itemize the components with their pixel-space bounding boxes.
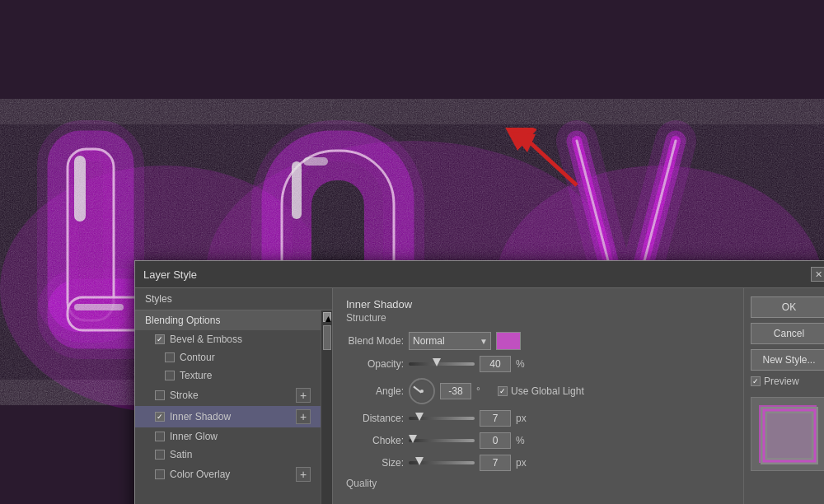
preview-thumbnail — [759, 405, 817, 463]
dialog-title: Layer Style — [143, 268, 197, 281]
size-input[interactable] — [480, 455, 511, 471]
size-label: Size: — [346, 457, 404, 469]
satin-checkbox[interactable] — [155, 450, 165, 460]
styles-panel: Styles Blending Options ✓ Bevel & Emboss — [135, 288, 333, 504]
stroke-checkbox[interactable] — [155, 390, 165, 400]
size-slider-container — [409, 461, 475, 464]
distance-unit: px — [516, 413, 532, 424]
distance-slider-track[interactable] — [409, 417, 475, 420]
scroll-thumb[interactable] — [323, 325, 331, 350]
use-global-light-label[interactable]: ✓ Use Global Light — [498, 385, 584, 397]
color-swatch[interactable] — [496, 332, 521, 350]
sidebar-item-color-overlay[interactable]: Color Overlay + — [135, 464, 321, 485]
inner-shadow-add-button[interactable]: + — [296, 409, 311, 424]
sidebar-item-blending-options[interactable]: Blending Options — [135, 310, 321, 330]
choke-slider-container — [409, 439, 475, 442]
opacity-slider-container — [409, 362, 475, 366]
styles-scroll-container: Blending Options ✓ Bevel & Emboss — [135, 310, 332, 504]
svg-marker-21 — [511, 132, 536, 152]
opacity-label: Opacity: — [346, 358, 404, 370]
angle-input[interactable] — [440, 383, 471, 399]
choke-label: Choke: — [346, 435, 404, 446]
sidebar-item-satin[interactable]: Satin — [135, 446, 321, 464]
sidebar-item-inner-glow[interactable]: Inner Glow — [135, 427, 321, 446]
layer-style-dialog: Layer Style ✕ Styles Blending Options — [134, 260, 824, 504]
opacity-row: Opacity: % — [346, 356, 730, 372]
red-arrow-indicator — [503, 128, 618, 194]
opacity-input[interactable] — [480, 356, 511, 372]
svg-line-20 — [527, 140, 577, 185]
sidebar-item-inner-shadow[interactable]: ✓ Inner Shadow + — [135, 406, 321, 427]
distance-slider-container — [409, 417, 475, 420]
preview-svg — [761, 407, 818, 464]
right-panel: OK Cancel New Style... ✓ Preview — [743, 288, 824, 504]
bevel-emboss-checkbox[interactable]: ✓ — [155, 334, 165, 344]
blend-mode-label: Blend Mode: — [346, 335, 404, 347]
angle-label: Angle: — [346, 385, 404, 397]
styles-scrollbar[interactable]: ▲ — [321, 310, 332, 504]
choke-row: Choke: % — [346, 432, 730, 449]
angle-dial[interactable] — [409, 378, 435, 404]
inner-shadow-checkbox[interactable]: ✓ — [155, 412, 165, 422]
new-style-button[interactable]: New Style... — [751, 349, 824, 371]
svg-rect-24 — [767, 413, 812, 458]
choke-unit: % — [516, 435, 532, 446]
sidebar-item-texture[interactable]: Texture — [135, 366, 321, 385]
ok-button[interactable]: OK — [751, 296, 824, 318]
contour-checkbox[interactable] — [165, 352, 175, 362]
use-global-light-checkbox[interactable]: ✓ — [498, 386, 508, 396]
sidebar-item-contour[interactable]: Contour — [135, 348, 321, 366]
blend-mode-wrapper: Normal Multiply Screen Overlay ▼ — [409, 332, 491, 350]
choke-slider-track[interactable] — [409, 439, 475, 442]
quality-title: Quality — [346, 478, 730, 489]
preview-checkbox[interactable]: ✓ — [751, 376, 761, 386]
angle-unit: ° — [476, 385, 493, 397]
choke-input[interactable] — [480, 432, 511, 449]
blend-mode-select[interactable]: Normal Multiply Screen Overlay — [409, 332, 491, 350]
size-row: Size: px — [346, 455, 730, 471]
choke-slider-thumb[interactable] — [409, 435, 417, 443]
cancel-button[interactable]: Cancel — [751, 323, 824, 344]
stroke-add-button[interactable]: + — [296, 388, 311, 403]
angle-row: Angle: ° ✓ Use Global Light — [346, 378, 730, 404]
opacity-unit: % — [516, 358, 532, 370]
distance-row: Distance: px — [346, 410, 730, 427]
distance-label: Distance: — [346, 413, 404, 424]
styles-header[interactable]: Styles — [135, 288, 332, 310]
distance-input[interactable] — [480, 410, 511, 427]
styles-items: Blending Options ✓ Bevel & Emboss — [135, 310, 321, 504]
panel-subtitle: Structure — [346, 312, 730, 324]
color-overlay-checkbox[interactable] — [155, 469, 165, 479]
panel-title: Inner Shadow — [346, 298, 730, 310]
scroll-up-arrow[interactable]: ▲ — [323, 312, 331, 322]
opacity-slider-thumb[interactable] — [433, 358, 441, 366]
main-panel: Inner Shadow Structure Blend Mode: Norma… — [333, 288, 743, 504]
preview-area — [751, 397, 824, 471]
opacity-slider-track[interactable] — [409, 362, 475, 366]
blend-mode-row: Blend Mode: Normal Multiply Screen Overl… — [346, 332, 730, 350]
inner-glow-checkbox[interactable] — [155, 432, 165, 441]
sidebar-item-bevel-emboss[interactable]: ✓ Bevel & Emboss — [135, 330, 321, 348]
dialog-body: Styles Blending Options ✓ Bevel & Emboss — [135, 288, 824, 504]
distance-slider-thumb[interactable] — [415, 413, 424, 421]
size-unit: px — [516, 457, 532, 469]
dialog-titlebar: Layer Style ✕ — [135, 261, 824, 288]
size-slider-thumb[interactable] — [415, 457, 424, 465]
close-button[interactable]: ✕ — [811, 267, 824, 282]
sidebar-item-stroke[interactable]: Stroke + — [135, 385, 321, 406]
texture-checkbox[interactable] — [165, 371, 175, 380]
size-slider-track[interactable] — [409, 461, 475, 464]
preview-row[interactable]: ✓ Preview — [751, 376, 824, 387]
color-overlay-add-button[interactable]: + — [296, 467, 311, 482]
